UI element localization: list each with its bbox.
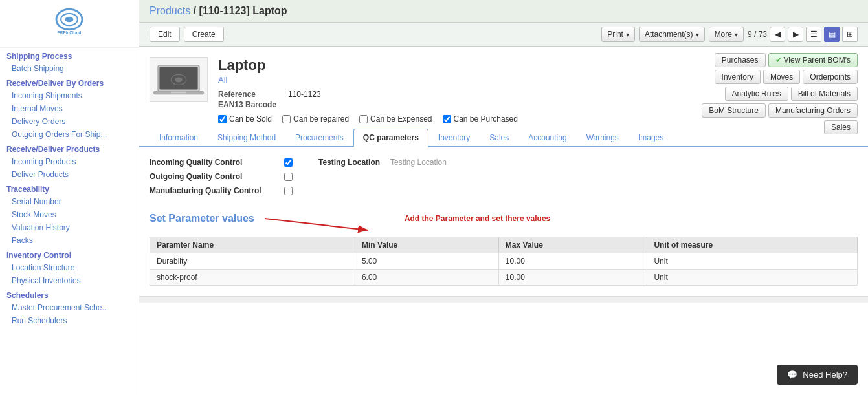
attachments-dropdown-arrow: ▾ [696, 31, 699, 38]
col-param-name: Paramter Name [150, 237, 355, 253]
more-dropdown-arrow: ▾ [735, 31, 738, 38]
sidebar-section-inventory[interactable]: Inventory Control [0, 247, 139, 261]
tab-sales[interactable]: Sales [480, 129, 518, 146]
qc-manufacturing-row: Manufacturing Quality Control [150, 186, 293, 195]
col-unit-measure: Unit of measure [647, 237, 858, 253]
manufacturing-qc-label: Manufacturing Quality Control [150, 186, 279, 195]
scrollbar[interactable] [139, 296, 868, 303]
sidebar: ERPinCloud Shipping Process Batch Shippi… [0, 0, 139, 395]
print-button[interactable]: Print ▾ [601, 27, 635, 42]
sidebar-item-batch-shipping[interactable]: Batch Shipping [0, 62, 139, 75]
table-row: Durablity 5.00 10.00 Unit [150, 253, 858, 270]
tab-shipping-method[interactable]: Shipping Method [208, 129, 285, 146]
sidebar-item-deliver-products[interactable]: Deliver Products [0, 168, 139, 181]
reference-value: 110-1123 [288, 90, 321, 99]
tab-images[interactable]: Images [629, 129, 673, 146]
max-value-cell: 10.00 [498, 270, 647, 286]
incoming-qc-checkbox[interactable] [284, 158, 293, 167]
sidebar-item-run-schedulers[interactable]: Run Schedulers [0, 314, 139, 327]
print-dropdown-arrow: ▾ [626, 31, 629, 38]
qc-left: Incoming Quality Control Outgoing Qualit… [150, 158, 293, 195]
sidebar-section-shipping[interactable]: Shipping Process [0, 48, 139, 62]
col-max-value: Max Value [498, 237, 647, 253]
pager-prev[interactable]: ◀ [770, 27, 785, 42]
orderpoints-button[interactable]: Orderpoints [803, 70, 858, 84]
sidebar-section-schedulers[interactable]: Schedulers [0, 287, 139, 301]
min-value-cell: 6.00 [355, 270, 498, 286]
view-list[interactable]: ☰ [806, 27, 821, 42]
set-parameter-title: Set Parameter values [150, 213, 254, 224]
sidebar-section-receive-orders[interactable]: Receive/Deliver By Orders [0, 75, 139, 89]
param-name-cell: shock-proof [150, 270, 355, 286]
sales-button[interactable]: Sales [824, 120, 858, 134]
can-be-sold-checkbox[interactable]: Can be Sold [218, 114, 272, 123]
sidebar-item-incoming-products[interactable]: Incoming Products [0, 155, 139, 168]
svg-point-9 [175, 77, 182, 82]
sidebar-item-incoming-shipments[interactable]: Incoming Shipments [0, 89, 139, 102]
expensed-label: Can be Expensed [370, 114, 432, 123]
attachments-button[interactable]: Attachment(s) ▾ [639, 27, 705, 42]
parameter-table: Paramter Name Min Value Max Value Unit o… [150, 237, 858, 286]
sold-input[interactable] [218, 115, 227, 123]
repaired-input[interactable] [282, 115, 291, 123]
toolbar: Edit Create Print ▾ Attachment(s) ▾ More… [139, 23, 868, 47]
manufacturing-qc-checkbox[interactable] [284, 187, 293, 195]
tab-information[interactable]: Information [150, 129, 208, 146]
unit-cell: Unit [647, 270, 858, 286]
can-be-expensed-checkbox[interactable]: Can be Expensed [359, 114, 432, 123]
testing-location-value[interactable]: Testing Location [390, 158, 447, 167]
sidebar-item-delivery-orders[interactable]: Delivery Orders [0, 115, 139, 128]
sidebar-item-master-procurement[interactable]: Master Procurement Sche... [0, 301, 139, 314]
outgoing-qc-checkbox[interactable] [284, 173, 293, 181]
help-label: Need Help? [803, 370, 847, 379]
svg-rect-7 [171, 92, 186, 93]
sidebar-section-receive-products[interactable]: Receive/Deliver Products [0, 141, 139, 155]
moves-button[interactable]: Moves [763, 70, 800, 84]
sidebar-item-packs[interactable]: Packs [0, 234, 139, 247]
inventory-button[interactable]: Inventory [715, 70, 761, 84]
sidebar-item-location-structure[interactable]: Location Structure [0, 261, 139, 274]
sidebar-item-internal-moves[interactable]: Internal Moves [0, 102, 139, 115]
view-form[interactable]: ▤ [824, 27, 840, 42]
sidebar-item-serial-number[interactable]: Serial Number [0, 195, 139, 208]
create-button[interactable]: Create [184, 27, 224, 42]
tab-procurements[interactable]: Procurements [285, 129, 353, 146]
col-min-value: Min Value [355, 237, 498, 253]
can-be-purchased-checkbox[interactable]: Can be Purchased [443, 114, 518, 123]
need-help-button[interactable]: 💬 Need Help? [777, 365, 858, 385]
tab-inventory[interactable]: Inventory [428, 129, 480, 146]
table-row: shock-proof 6.00 10.00 Unit [150, 270, 858, 286]
breadcrumb-parent[interactable]: Products [150, 5, 190, 16]
product-header: Laptop All Reference 110-1123 EAN13 Barc… [139, 47, 868, 129]
sidebar-section-traceability[interactable]: Traceability [0, 181, 139, 195]
more-button[interactable]: More ▾ [709, 27, 744, 42]
bom-structure-button[interactable]: BoM Structure [702, 103, 766, 118]
svg-point-2 [65, 17, 74, 23]
sidebar-item-valuation-history[interactable]: Valuation History [0, 221, 139, 234]
breadcrumb-current: [110-1123] Laptop [199, 5, 287, 16]
tab-warnings[interactable]: Warnings [577, 129, 629, 146]
tab-qc-parameters[interactable]: QC parameters [353, 129, 428, 147]
view-kanban[interactable]: ⊞ [842, 27, 858, 42]
pager: 9 / 73 ◀ ▶ ☰ ▤ ⊞ [748, 27, 858, 42]
bill-of-materials-button[interactable]: Bill of Materials [791, 87, 858, 101]
purchased-label: Can be Purchased [454, 114, 518, 123]
analytic-rules-button[interactable]: Analytic Rules [725, 87, 788, 101]
purchases-button[interactable]: Purchases [715, 53, 766, 67]
view-parent-boms-button[interactable]: ✔View Parent BOM's [768, 53, 858, 67]
sidebar-item-outgoing-orders[interactable]: Outgoing Orders For Ship... [0, 128, 139, 141]
testing-location-label: Testing Location [318, 158, 380, 167]
edit-button[interactable]: Edit [150, 27, 180, 42]
max-value-cell: 10.00 [498, 253, 647, 270]
can-be-repaired-checkbox[interactable]: Can be repaired [282, 114, 349, 123]
sidebar-item-stock-moves[interactable]: Stock Moves [0, 208, 139, 221]
breadcrumb: Products / [110-1123] Laptop [150, 5, 287, 17]
manufacturing-orders-button[interactable]: Manufacturing Orders [768, 103, 858, 118]
purchased-input[interactable] [443, 115, 451, 123]
sidebar-item-physical-inventories[interactable]: Physical Inventories [0, 274, 139, 287]
tab-accounting[interactable]: Accounting [518, 129, 576, 146]
unit-cell: Unit [647, 253, 858, 270]
barcode-label: EAN13 Barcode [218, 100, 283, 109]
expensed-input[interactable] [359, 115, 368, 123]
pager-next[interactable]: ▶ [788, 27, 803, 42]
